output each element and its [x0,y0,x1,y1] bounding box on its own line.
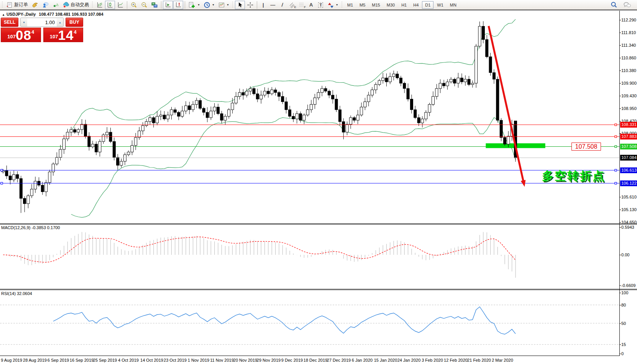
line-handle[interactable] [615,136,617,138]
vertical-line-button[interactable]: | [259,1,268,9]
trend-arrow[interactable] [489,26,523,181]
text-button[interactable]: A [307,1,316,9]
collapse-icon[interactable]: ▲ [2,13,5,16]
sell-button[interactable]: SELL [1,18,18,27]
arrows-icon [327,2,334,8]
fibonacci-button[interactable]: F [297,1,306,9]
arrows-button[interactable]: ▼ [326,1,340,9]
autotrading-button[interactable]: 自动交易 [61,1,90,9]
timeframe-h1[interactable]: H1 [398,1,410,9]
timeframe-h4[interactable]: H4 [410,1,422,9]
price-tick-label: 105.130 [621,207,637,212]
line-handle[interactable] [615,146,617,148]
line-chart-button[interactable] [115,1,125,9]
candlesticks[interactable] [2,21,517,213]
sell-price-pips: 08 [16,30,31,41]
templates-button[interactable]: ▼ [217,1,231,9]
periods-button[interactable]: ▼ [202,1,216,9]
date-axis[interactable]: 9 Aug 201928 Aug 20196 Sep 201916 Sep 20… [0,356,637,364]
tile-windows-button[interactable] [149,1,159,9]
line-handle[interactable] [1,182,3,184]
chat-button[interactable] [622,1,633,9]
toolbar-grip[interactable] [341,2,343,8]
zoom-out-button[interactable] [139,1,149,9]
toolbar-grip[interactable] [92,2,94,8]
equidistant-channel-button[interactable]: E [287,1,297,9]
date-label: 15 Jan 2020 [374,358,397,362]
price-tick-label: 112.290 [621,17,636,23]
sell-price-box[interactable]: 107084 [1,28,41,42]
buy-button[interactable]: BUY [66,18,83,27]
turning-point-annotation[interactable]: 多空转折点 [542,168,605,184]
trendline-button[interactable]: / [278,1,287,9]
timeframe-m1[interactable]: M1 [344,1,356,9]
volume-increase-button[interactable]: ▲ [57,18,63,26]
date-label: 28 Aug 2019 [23,358,47,362]
main-chart-canvas[interactable] [0,11,619,224]
macd-axis-label: 0.00 [621,252,629,257]
line-handle[interactable] [615,182,617,184]
crosshair-icon [247,2,254,8]
macd-axis-label: 0.5943 [621,225,634,230]
zoom-in-button[interactable] [129,1,139,9]
date-label: 2 Mar 2020 [492,358,513,362]
price-tick-label: 110.860 [621,55,636,61]
buy-price-box[interactable]: 107144 [43,28,84,42]
date-label: 20 Nov 2019 [233,358,257,362]
line-chart-icon [117,2,124,8]
mql5-button[interactable] [30,1,40,9]
timeframe-d1[interactable]: D1 [422,1,433,9]
timeframe-mn[interactable]: MN [447,1,460,9]
timeframe-m15[interactable]: M15 [369,1,383,9]
crosshair-button[interactable] [245,1,255,9]
bar-chart-button[interactable] [95,1,105,9]
date-label: 23 Oct 2019 [164,358,187,362]
volume-decrease-button[interactable]: ▼ [21,18,27,26]
candlestick-chart-icon [107,2,113,8]
ohlc-values: 108.477 108.481 106.933 107.084 [39,12,103,16]
volume-value[interactable]: 1.00 [27,18,57,26]
periods-dropdown[interactable]: ▼ [212,3,215,6]
chart-window[interactable]: ▲USDJPY-,Daily108.477 108.481 106.933 10… [0,10,637,364]
price-tick-label: 111.810 [621,30,636,35]
date-label: 18 Dec 2019 [304,358,327,362]
line-handle[interactable] [615,169,617,171]
fibonacci-letter: F [304,5,306,9]
buy-price-pips: 14 [58,30,74,41]
search-button[interactable] [609,1,619,9]
rsi-axis-label: 15 [621,342,626,347]
timeframe-m30[interactable]: M30 [384,1,398,9]
line-handle[interactable] [1,169,3,171]
price-level-badge: 108.331 [620,122,637,128]
arrows-dropdown[interactable]: ▼ [336,3,338,6]
date-label: 9 Aug 2019 [1,358,22,362]
mql5-gold-icon [31,2,38,8]
text-label-button[interactable]: T [316,1,325,9]
signals-button[interactable] [51,1,61,9]
price-level-callout[interactable]: 107.508 [571,143,601,151]
candlestick-chart-button[interactable] [105,1,115,9]
toolbar-grip[interactable] [232,2,234,8]
indicators-dropdown[interactable]: ▼ [197,3,200,6]
chart-shift-icon [175,2,182,8]
timeframe-m5[interactable]: M5 [356,1,368,9]
templates-dropdown[interactable]: ▼ [227,3,229,6]
price-axis[interactable]: 112.290111.810111.340110.860110.380109.9… [620,10,637,357]
date-label: 16 Sep 2019 [70,358,94,362]
chart-shift-button[interactable] [173,1,183,9]
cursor-button[interactable] [235,1,245,9]
timeframe-w1[interactable]: W1 [434,1,447,9]
auto-scroll-button[interactable] [163,1,173,9]
template-icon [218,2,225,8]
line-handle[interactable] [615,124,617,126]
new-order-button[interactable]: 新订单 [5,1,30,9]
rsi-canvas[interactable] [0,290,619,356]
rsi-axis-label: 80 [621,302,626,308]
chat-icon [623,1,632,9]
autotrading-label: 自动交易 [71,2,89,8]
horizontal-line-button[interactable]: — [268,1,277,9]
community-button[interactable] [40,1,50,9]
indicators-button[interactable]: ▼ [187,1,202,9]
toolbar-grip[interactable] [2,2,3,8]
macd-canvas[interactable] [0,225,619,289]
